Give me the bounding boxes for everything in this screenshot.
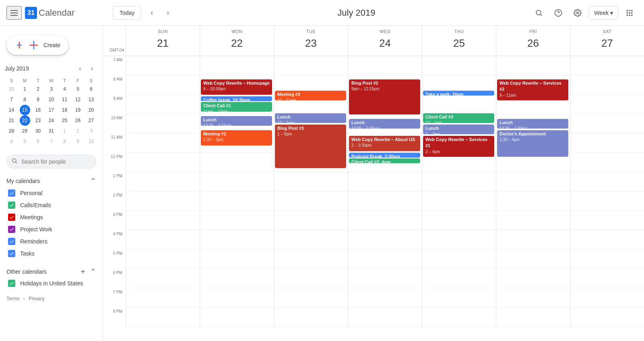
- mini-day-1-next[interactable]: 1: [60, 126, 70, 136]
- today-button[interactable]: Today: [113, 6, 141, 20]
- mini-day-9[interactable]: 9: [33, 94, 43, 105]
- day-number-25[interactable]: 25: [450, 34, 469, 52]
- mini-day-14[interactable]: 14: [6, 105, 17, 115]
- event-web-copy-about-us[interactable]: Web Copy Rewrite – About US 2 – 3:30pm: [349, 136, 420, 151]
- mini-day-10-next[interactable]: 10: [86, 136, 97, 147]
- view-selector[interactable]: Week ▾: [589, 6, 618, 20]
- apps-button[interactable]: [621, 5, 638, 21]
- add-other-calendar-button[interactable]: +: [77, 266, 89, 277]
- mini-day-29[interactable]: 29: [20, 126, 30, 136]
- mini-day-13[interactable]: 13: [86, 94, 97, 105]
- prev-arrow[interactable]: ‹: [144, 6, 159, 20]
- holidays-checkbox[interactable]: [8, 280, 15, 287]
- day-number-22[interactable]: 22: [228, 34, 246, 52]
- mini-day-27[interactable]: 27: [86, 115, 97, 126]
- mini-day-17[interactable]: 17: [46, 105, 57, 115]
- project-work-checkbox[interactable]: [8, 226, 15, 233]
- event-meeting-1[interactable]: Meeting #1 1:30 – 3pm: [201, 130, 272, 146]
- mini-day-10[interactable]: 10: [46, 94, 57, 105]
- tasks-checkbox[interactable]: [8, 250, 15, 257]
- mini-day-21[interactable]: 21: [6, 115, 17, 126]
- calendar-item-reminders[interactable]: Reminders: [6, 235, 96, 247]
- day-number-27[interactable]: 27: [598, 34, 617, 52]
- event-client-call-2[interactable]: Client Call #2, 4pm: [349, 158, 420, 163]
- event-coffee-break[interactable]: Coffee break, 10:30am: [201, 96, 272, 101]
- day-number-21[interactable]: 21: [154, 34, 172, 52]
- day-number-24[interactable]: 24: [376, 34, 394, 52]
- mini-day-4-next[interactable]: 4: [6, 136, 17, 147]
- event-web-copy-homepage[interactable]: Web Copy Rewrite – Homepage 9 – 10:30am: [201, 79, 272, 95]
- mini-day-4[interactable]: 4: [60, 84, 70, 94]
- mini-day-30-prev[interactable]: 30: [6, 84, 17, 94]
- calendar-item-holidays[interactable]: Holidays in United States: [6, 277, 96, 289]
- event-blog-post-2[interactable]: Blog Post #2 9am – 12:15pm: [349, 79, 420, 114]
- mini-day-8[interactable]: 8: [20, 94, 30, 105]
- event-web-copy-services-1[interactable]: Web Copy Rewrite – Services #1 2 – 4pm: [423, 136, 494, 157]
- mini-day-2-next[interactable]: 2: [73, 126, 83, 136]
- mini-day-9-next[interactable]: 9: [73, 136, 83, 147]
- event-lunch-thu[interactable]: Lunch 1 – 2pm: [423, 125, 494, 134]
- create-button[interactable]: Create: [6, 35, 68, 55]
- calendar-item-calls-emails[interactable]: Calls/Emails: [6, 199, 96, 211]
- mini-day-7-next[interactable]: 7: [46, 136, 57, 147]
- mini-day-20[interactable]: 20: [86, 105, 97, 115]
- mini-day-1[interactable]: 1: [20, 84, 30, 94]
- settings-button[interactable]: [570, 5, 586, 21]
- mini-day-31[interactable]: 31: [46, 126, 57, 136]
- grid-col-sun[interactable]: [126, 56, 200, 327]
- mini-day-3-next[interactable]: 3: [86, 126, 97, 136]
- mini-day-26[interactable]: 26: [73, 115, 83, 126]
- mini-day-18[interactable]: 18: [60, 105, 70, 115]
- grid-col-sat[interactable]: [570, 56, 644, 327]
- event-lunch-fri[interactable]: Lunch 12:30 – 1:30pm: [497, 119, 568, 129]
- mini-day-6-next[interactable]: 6: [33, 136, 43, 147]
- event-client-call-1[interactable]: Client Call #1 11am – 12pm: [201, 102, 272, 112]
- mini-day-3[interactable]: 3: [46, 84, 57, 94]
- mini-day-12[interactable]: 12: [73, 94, 83, 105]
- event-podcast-break[interactable]: Podcast Break, 3:30pm: [349, 153, 420, 158]
- mini-cal-next[interactable]: ›: [87, 63, 98, 74]
- mini-day-30[interactable]: 30: [33, 126, 43, 136]
- calendar-item-personal[interactable]: Personal: [6, 187, 96, 199]
- mini-day-22[interactable]: 22: [20, 115, 30, 126]
- mini-day-5[interactable]: 5: [73, 84, 83, 94]
- event-client-call-3[interactable]: Client Call #3 12 – 1pm: [423, 113, 494, 123]
- event-meeting-2[interactable]: Meeting #2 10 – 11am: [275, 91, 346, 100]
- next-arrow[interactable]: ›: [161, 6, 175, 20]
- event-lunch-mon[interactable]: Lunch 12:15 – 1:15pm: [201, 116, 272, 126]
- other-calendars-toggle[interactable]: Other calendars: [6, 267, 47, 277]
- mini-day-25[interactable]: 25: [60, 115, 70, 126]
- mini-day-5-next[interactable]: 5: [20, 136, 30, 147]
- mini-cal-prev[interactable]: ‹: [74, 63, 86, 74]
- day-number-26[interactable]: 26: [524, 34, 543, 52]
- help-button[interactable]: [550, 5, 566, 21]
- mini-day-23[interactable]: 23: [33, 115, 43, 126]
- personal-checkbox[interactable]: [8, 189, 15, 197]
- calls-emails-checkbox[interactable]: [8, 202, 15, 209]
- mini-day-28[interactable]: 28: [6, 126, 17, 136]
- mini-day-19[interactable]: 19: [73, 105, 83, 115]
- event-web-copy-services-2[interactable]: Web Copy Rewrite – Services #2 9 – 11am: [497, 79, 568, 100]
- calendar-item-project-work[interactable]: Project Work: [6, 223, 96, 235]
- hamburger-menu[interactable]: [6, 6, 22, 20]
- reminders-checkbox[interactable]: [8, 238, 15, 245]
- my-calendars-header[interactable]: My calendars ⌃: [6, 175, 96, 187]
- search-button[interactable]: [531, 5, 547, 21]
- day-number-23[interactable]: 23: [302, 34, 320, 52]
- event-lunch-tue[interactable]: Lunch 12 – 1pm: [275, 113, 346, 123]
- mini-day-8-next[interactable]: 8: [60, 136, 70, 147]
- mini-day-7[interactable]: 7: [6, 94, 17, 105]
- mini-day-6[interactable]: 6: [86, 84, 97, 94]
- search-people-input[interactable]: [6, 155, 96, 168]
- terms-link[interactable]: Terms: [6, 296, 20, 301]
- privacy-link[interactable]: Privacy: [29, 296, 44, 301]
- mini-day-24[interactable]: 24: [46, 115, 57, 126]
- event-doctors-appointment[interactable]: Doctor's Appointment 1:30 – 4pm: [497, 130, 568, 157]
- calendar-item-tasks[interactable]: Tasks: [6, 247, 96, 260]
- mini-day-16[interactable]: 16: [33, 105, 43, 115]
- meetings-checkbox[interactable]: [8, 214, 15, 221]
- mini-day-11[interactable]: 11: [60, 94, 70, 105]
- mini-day-2[interactable]: 2: [33, 84, 43, 94]
- mini-day-15[interactable]: 15: [20, 105, 30, 115]
- event-blog-post-1[interactable]: Blog Post #1 1 – 5pm: [275, 125, 346, 168]
